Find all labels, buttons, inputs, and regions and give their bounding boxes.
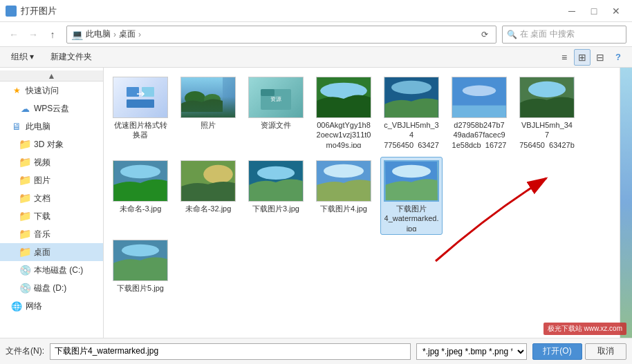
view-btn-1[interactable]: ≡: [556, 49, 573, 66]
cancel-button[interactable]: 取消: [585, 343, 626, 360]
sidebar-item-documents[interactable]: 📁 文档: [0, 189, 103, 207]
file-thumbnail-vbjlh: [519, 77, 575, 118]
bottom-bar: 文件名(N): *.jpg *.jpeg *.bmp *.png *.tif 打…: [0, 338, 632, 364]
file-name-dl5: 下载图片5.jpg: [117, 283, 164, 293]
drive-icon-c: 💿: [19, 265, 30, 276]
svg-rect-2: [127, 99, 154, 108]
sidebar-item-pictures[interactable]: 📁 图片: [0, 171, 103, 189]
sidebar-label-downloads: 下载: [34, 211, 50, 222]
help-button[interactable]: ?: [610, 49, 626, 66]
folder-icon-documents: 📁: [19, 193, 30, 204]
svg-point-14: [463, 86, 496, 96]
new-folder-button[interactable]: 新建文件夹: [45, 50, 97, 65]
view-btn-2[interactable]: ⊞: [574, 49, 591, 66]
svg-point-12: [391, 81, 431, 94]
window-controls: ─ □ ✕: [561, 4, 626, 18]
file-item-d27[interactable]: d27958b247b749ada67facec91e58dcb_1672728…: [448, 73, 510, 151]
organize-button[interactable]: 组织 ▾: [6, 50, 39, 65]
svg-rect-7: [261, 89, 275, 96]
svg-point-5: [204, 94, 221, 105]
action-buttons: 打开(O) 取消: [532, 343, 626, 360]
sidebar-item-music[interactable]: 📁 音乐: [0, 225, 103, 243]
file-name-006: 006AkgtYgy1h82oecw1vzj311t0mo49s.jpg: [317, 120, 371, 148]
svg-point-4: [185, 91, 205, 105]
refresh-button[interactable]: ⟳: [478, 28, 492, 41]
file-item-006[interactable]: 006AkgtYgy1h82oecw1vzj311t0mo49s.jpg: [313, 73, 375, 151]
file-item-c-vb[interactable]: c_VBJLH5mh_347756450_63427bb298b2ba7ad87…: [380, 73, 443, 151]
file-item-converter[interactable]: 优速图片格式转换器: [109, 73, 171, 151]
file-item-dl4[interactable]: 下载图片4.jpg: [313, 157, 375, 235]
file-item-unnamed3[interactable]: 未命名-3.jpg: [109, 157, 171, 235]
sidebar-item-desktop[interactable]: 📁 桌面: [0, 243, 103, 261]
folder-icon-downloads: 📁: [19, 211, 30, 222]
svg-point-21: [203, 165, 233, 184]
file-thumbnail-photos: [180, 77, 236, 118]
file-thumbnail-converter: [113, 77, 168, 118]
file-thumbnail-c-vb: [384, 77, 439, 118]
scroll-up[interactable]: ▲: [0, 70, 103, 82]
sidebar-item-drive-d[interactable]: 💿 磁盘 (D:): [0, 279, 103, 297]
svg-point-17: [528, 82, 566, 97]
forward-button[interactable]: →: [25, 26, 41, 43]
folder-icon-pictures: 📁: [19, 175, 30, 186]
file-thumbnail-006: [316, 77, 371, 118]
sidebar-item-quick-access[interactable]: ★ 快速访问: [0, 82, 103, 99]
svg-point-29: [122, 245, 159, 256]
file-area[interactable]: 优速图片格式转换器: [104, 68, 620, 338]
sidebar-item-3d-objects[interactable]: 📁 3D 对象: [0, 135, 103, 153]
file-thumbnail-dl4wm: [384, 160, 439, 202]
sidebar-item-wps-cloud[interactable]: ☁ WPS云盘: [0, 99, 103, 117]
up-button[interactable]: ↑: [44, 26, 61, 43]
file-item-dl3[interactable]: 下载图片3.jpg: [245, 157, 307, 235]
view-btn-3[interactable]: ⊟: [592, 49, 608, 66]
search-bar[interactable]: 🔍 在 桌面 中搜索: [502, 26, 626, 44]
svg-point-23: [257, 166, 295, 180]
address-bar[interactable]: 💻 此电脑 › 桌面 › ⟳: [66, 26, 496, 44]
sidebar-label-pictures: 图片: [34, 175, 50, 186]
back-button[interactable]: ←: [6, 26, 22, 43]
file-name-dl3: 下载图片3.jpg: [252, 204, 299, 213]
sidebar-label-quick-access: 快速访问: [26, 85, 59, 97]
svg-point-27: [392, 165, 431, 178]
file-item-dl4wm[interactable]: 下载图片4_watermarked.jpg: [380, 157, 443, 235]
sidebar-item-network[interactable]: 🌐 网络: [0, 297, 103, 315]
close-button[interactable]: ✕: [606, 4, 626, 18]
file-item-unnamed32[interactable]: 未命名-32.jpg: [177, 157, 239, 235]
file-thumbnail-dl3: [248, 160, 304, 202]
filename-label: 文件名(N):: [6, 345, 44, 357]
sidebar-item-drive-c[interactable]: 💿 本地磁盘 (C:): [0, 261, 103, 279]
svg-rect-15: [452, 106, 505, 117]
sidebar-label-drive-c: 本地磁盘 (C:): [34, 265, 83, 276]
sidebar-item-downloads[interactable]: 📁 下载: [0, 207, 103, 225]
folder-icon-music: 📁: [19, 229, 30, 240]
file-thumbnail-unnamed32: [180, 160, 236, 202]
filename-input[interactable]: [50, 343, 411, 360]
right-edge-image: [620, 68, 632, 338]
file-item-dl5[interactable]: 下载图片5.jpg: [109, 236, 171, 296]
sidebar-label-this-pc: 此电脑: [26, 121, 50, 133]
svg-text:资源: 资源: [270, 96, 281, 102]
file-item-photos[interactable]: 照片: [177, 73, 239, 151]
file-name-unnamed32: 未命名-32.jpg: [185, 204, 232, 213]
svg-point-19: [120, 165, 160, 178]
left-panel: ▲ ★ 快速访问 ☁ WPS云盘 🖥 此电脑 📁 3D 对象 📁 视频 📁 图片…: [0, 68, 104, 338]
filetype-select[interactable]: *.jpg *.jpeg *.bmp *.png *.tif: [416, 343, 527, 360]
file-thumbnail-d27: [452, 77, 507, 118]
sidebar-label-drive-d: 磁盘 (D:): [34, 282, 66, 294]
minimize-button[interactable]: ─: [561, 4, 582, 18]
file-name-resources: 资源文件: [261, 120, 291, 130]
sidebar-item-videos[interactable]: 📁 视频: [0, 153, 103, 171]
open-button[interactable]: 打开(O): [532, 343, 582, 360]
sidebar-label-videos: 视频: [34, 157, 50, 169]
view-buttons: ≡ ⊞ ⊟ ?: [556, 49, 626, 66]
file-thumbnail-dl4: [316, 160, 371, 202]
sidebar-label-network: 网络: [26, 300, 42, 312]
main-area: ▲ ★ 快速访问 ☁ WPS云盘 🖥 此电脑 📁 3D 对象 📁 视频 📁 图片…: [0, 68, 632, 338]
file-grid: 优速图片格式转换器: [109, 73, 614, 235]
address-sep2: ›: [138, 30, 141, 39]
file-name-d27: d27958b247b749ada67facec91e58dcb_1672728…: [452, 120, 507, 148]
file-item-resources[interactable]: 资源 资源文件: [245, 73, 307, 151]
sidebar-item-this-pc[interactable]: 🖥 此电脑: [0, 117, 103, 135]
file-item-vbjlh[interactable]: VBJLH5mh_347756450_63427bb298b2ba7ad8774…: [516, 73, 578, 151]
maximize-button[interactable]: □: [584, 4, 604, 18]
